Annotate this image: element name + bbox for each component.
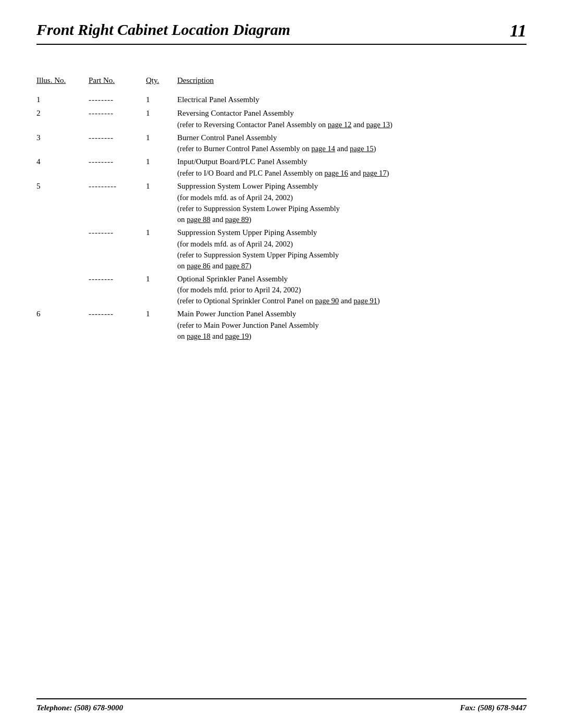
cell-illus xyxy=(36,227,89,228)
desc-subline: (refer to Suppression System Upper Pipin… xyxy=(177,250,527,261)
cell-illus: 6 xyxy=(36,309,89,318)
col-header-qty: Qty. xyxy=(146,76,177,85)
cell-desc: Electrical Panel Assembly xyxy=(177,94,527,106)
page-link[interactable]: page 17 xyxy=(363,169,387,177)
cell-part: -------- xyxy=(89,156,146,166)
cell-qty: 1 xyxy=(146,274,177,283)
cell-part: -------- xyxy=(89,274,146,283)
column-headers: Illus. No. Part No. Qty. Description xyxy=(36,76,527,85)
cell-part: --------- xyxy=(89,181,146,191)
cell-illus: 2 xyxy=(36,108,89,118)
desc-subline: on page 88 and page 89) xyxy=(177,214,527,225)
data-rows: 1 -------- 1 Electrical Panel Assembly 2… xyxy=(36,94,527,344)
desc-subline: on page 18 and page 19) xyxy=(177,331,527,342)
table-row: 3 -------- 1 Burner Control Panel Assemb… xyxy=(36,132,527,155)
cell-desc: Burner Control Panel Assembly (refer to … xyxy=(177,132,527,155)
desc-subline: (refer to Main Power Junction Panel Asse… xyxy=(177,320,527,331)
table-row: 5 --------- 1 Suppression System Lower P… xyxy=(36,181,527,225)
table-row: 4 -------- 1 Input/Output Board/PLC Pane… xyxy=(36,156,527,179)
cell-desc: Main Power Junction Panel Assembly (refe… xyxy=(177,309,527,342)
cell-part: -------- xyxy=(89,132,146,142)
cell-qty: 1 xyxy=(146,227,177,237)
cell-illus: 1 xyxy=(36,94,89,104)
table-row: -------- 1 Suppression System Upper Pipi… xyxy=(36,227,527,272)
cell-qty: 1 xyxy=(146,94,177,104)
cell-illus xyxy=(36,274,89,275)
page-link[interactable]: page 86 xyxy=(187,262,211,270)
cell-illus: 3 xyxy=(36,132,89,142)
page-link[interactable]: page 18 xyxy=(187,332,211,340)
cell-qty: 1 xyxy=(146,108,177,118)
cell-desc: Reversing Contactor Panel Assembly (refe… xyxy=(177,108,527,130)
cell-desc: Optional Sprinkler Panel Assembly (for m… xyxy=(177,274,527,307)
footer-telephone: Telephone: (508) 678-9000 xyxy=(36,704,123,712)
col-header-part: Part No. xyxy=(89,76,146,85)
cell-qty: 1 xyxy=(146,309,177,318)
page-header: Front Right Cabinet Location Diagram 11 xyxy=(36,21,527,45)
col-header-desc: Description xyxy=(177,76,527,85)
page-container: Front Right Cabinet Location Diagram 11 … xyxy=(0,0,563,728)
page-link[interactable]: page 13 xyxy=(366,120,390,129)
cell-qty: 1 xyxy=(146,181,177,191)
table-row: 6 -------- 1 Main Power Junction Panel A… xyxy=(36,309,527,342)
cell-illus: 4 xyxy=(36,156,89,166)
col-header-illus: Illus. No. xyxy=(36,76,89,85)
cell-part: -------- xyxy=(89,94,146,104)
desc-subline: (refer to Burner Control Panel Assembly … xyxy=(177,143,527,154)
table-row: -------- 1 Optional Sprinkler Panel Asse… xyxy=(36,274,527,307)
page-link[interactable]: page 90 xyxy=(315,297,339,305)
cell-desc: Suppression System Lower Piping Assembly… xyxy=(177,181,527,225)
page-link[interactable]: page 19 xyxy=(225,332,249,340)
cell-part: -------- xyxy=(89,309,146,318)
table-row: 1 -------- 1 Electrical Panel Assembly xyxy=(36,94,527,106)
cell-illus: 5 xyxy=(36,181,89,191)
cell-qty: 1 xyxy=(146,132,177,142)
desc-subline: (refer to I/O Board and PLC Panel Assemb… xyxy=(177,168,527,179)
desc-subline: (for models mfd. as of April 24, 2002) xyxy=(177,192,527,203)
parts-table: Illus. No. Part No. Qty. Description 1 -… xyxy=(36,76,527,344)
page-link[interactable]: page 89 xyxy=(225,215,249,224)
desc-subline: (refer to Reversing Contactor Panel Asse… xyxy=(177,119,527,130)
page-link[interactable]: page 87 xyxy=(225,262,249,270)
cell-part: -------- xyxy=(89,227,146,237)
page-title: Front Right Cabinet Location Diagram xyxy=(36,21,290,39)
page-link[interactable]: page 16 xyxy=(324,169,348,177)
desc-subline: (refer to Optional Sprinkler Control Pan… xyxy=(177,295,527,306)
page-link[interactable]: page 91 xyxy=(353,297,377,305)
cell-part: -------- xyxy=(89,108,146,118)
page-number: 11 xyxy=(510,21,527,41)
cell-desc: Input/Output Board/PLC Panel Assembly (r… xyxy=(177,156,527,179)
page-link[interactable]: page 88 xyxy=(187,215,211,224)
page-footer: Telephone: (508) 678-9000 Fax: (508) 678… xyxy=(36,698,527,712)
table-row: 2 -------- 1 Reversing Contactor Panel A… xyxy=(36,108,527,130)
page-link[interactable]: page 14 xyxy=(311,144,335,153)
page-link[interactable]: page 12 xyxy=(328,120,352,129)
desc-subline: on page 86 and page 87) xyxy=(177,261,527,272)
footer-fax: Fax: (508) 678-9447 xyxy=(460,704,527,712)
page-link[interactable]: page 15 xyxy=(350,144,374,153)
desc-subline: (for models mfd. as of April 24, 2002) xyxy=(177,239,527,250)
desc-subline: (refer to Suppression System Lower Pipin… xyxy=(177,203,527,214)
cell-qty: 1 xyxy=(146,156,177,166)
cell-desc: Suppression System Upper Piping Assembly… xyxy=(177,227,527,272)
desc-subline: (for models mfd. prior to April 24, 2002… xyxy=(177,285,527,295)
